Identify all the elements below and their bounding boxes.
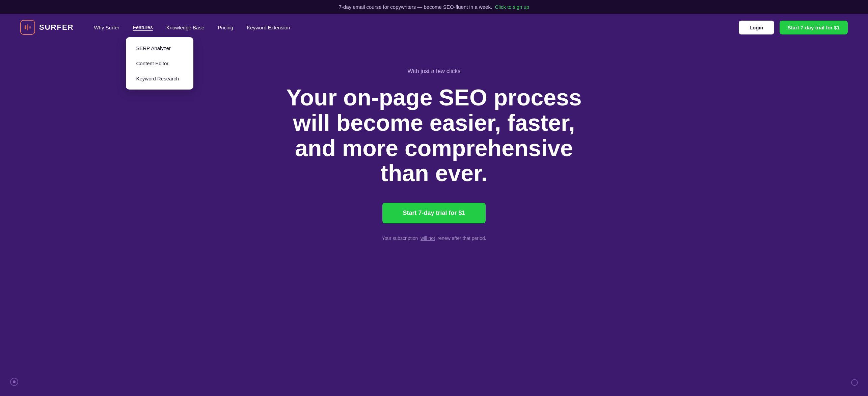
logo-icon — [20, 20, 35, 35]
hero-title: Your on-page SEO process will become eas… — [282, 85, 586, 186]
nav-item-keyword-extension[interactable]: Keyword Extension — [247, 25, 290, 30]
banner-link[interactable]: Click to sign up — [495, 4, 529, 10]
top-banner: 7-day email course for copywriters — bec… — [0, 0, 868, 14]
nav-links: Why Surfer Features SERP Analyzer Conten… — [94, 24, 739, 30]
nav-item-why-surfer[interactable]: Why Surfer — [94, 25, 119, 30]
dropdown-item-keyword-research[interactable]: Keyword Research — [126, 71, 193, 86]
banner-text: 7-day email course for copywriters — bec… — [339, 4, 492, 10]
nav-item-knowledge-base[interactable]: Knowledge Base — [166, 25, 205, 30]
nav-trial-button[interactable]: Start 7-day trial for $1 — [780, 21, 848, 34]
navbar: SURFER Why Surfer Features SERP Analyzer… — [0, 14, 868, 41]
dropdown-item-content-editor[interactable]: Content Editor — [126, 56, 193, 71]
nav-item-pricing[interactable]: Pricing — [218, 25, 233, 30]
logo[interactable]: SURFER — [20, 20, 74, 35]
svg-rect-0 — [25, 25, 26, 29]
features-dropdown-wrapper: Features SERP Analyzer Content Editor Ke… — [133, 24, 153, 30]
login-button[interactable]: Login — [739, 21, 774, 34]
hero-disclaimer: Your subscription will not renew after t… — [13, 236, 855, 241]
svg-rect-2 — [29, 26, 31, 29]
hero-cta-button[interactable]: Start 7-day trial for $1 — [382, 203, 485, 223]
nav-actions: Login Start 7-day trial for $1 — [739, 21, 848, 34]
logo-text: SURFER — [39, 23, 74, 32]
svg-rect-1 — [27, 24, 28, 30]
nav-item-features[interactable]: Features — [133, 24, 153, 30]
disclaimer-text: Your subscription — [382, 236, 418, 241]
decorative-circle-right — [851, 379, 858, 386]
disclaimer-link[interactable]: will not — [421, 236, 435, 241]
logo-svg — [24, 23, 32, 31]
disclaimer-suffix: renew after that period. — [438, 236, 486, 241]
dropdown-item-serp-analyzer[interactable]: SERP Analyzer — [126, 41, 193, 56]
decorative-circle-left — [10, 378, 18, 386]
features-dropdown-menu: SERP Analyzer Content Editor Keyword Res… — [126, 37, 193, 90]
